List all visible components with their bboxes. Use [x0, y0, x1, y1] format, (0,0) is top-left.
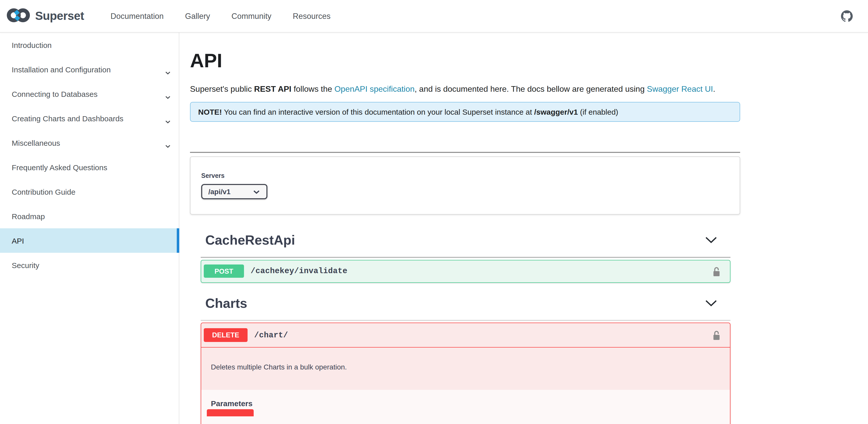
sidebar-item-label: Installation and Configuration: [12, 65, 111, 73]
intro-text: .: [713, 85, 715, 93]
opblock-post-cachekey-invalidate: POST /cachekey/invalidate: [201, 260, 731, 282]
operation-description: Deletes multiple Charts in a bulk operat…: [201, 347, 730, 390]
post-method-button[interactable]: POST: [204, 265, 244, 278]
sidebar-item-roadmap[interactable]: Roadmap: [0, 204, 179, 228]
chevron-down-icon: [165, 68, 170, 77]
intro-text: Superset's public: [190, 85, 254, 93]
swagger-react-ui-link[interactable]: Swagger React UI: [647, 85, 713, 93]
tag-underline: [201, 257, 731, 258]
page-title: API: [190, 50, 740, 72]
sidebar-item-label: Contribution Guide: [12, 187, 75, 196]
nav-documentation[interactable]: Documentation: [111, 11, 164, 21]
endpoint-path[interactable]: /chart/: [254, 331, 288, 340]
sidebar-item-frequently-asked-questions[interactable]: Frequently Asked Questions: [0, 155, 179, 179]
parameters-section: Parameters: [201, 390, 730, 424]
red-button-partial[interactable]: [207, 409, 254, 416]
tag-header-charts[interactable]: Charts: [201, 295, 731, 311]
note-callout: NOTE! You can find an interactive versio…: [190, 102, 740, 122]
sidebar-item-label: Roadmap: [12, 212, 45, 220]
superset-logo-icon: [6, 6, 31, 26]
chevron-down-icon: [165, 92, 170, 101]
chevron-down-icon: [165, 141, 170, 150]
main-nav: Documentation Gallery Community Resource…: [111, 11, 331, 21]
github-icon[interactable]: [841, 10, 853, 22]
docs-sidebar: Introduction Installation and Configurat…: [0, 33, 179, 424]
sidebar-item-miscellaneous[interactable]: Miscellaneous: [0, 130, 179, 155]
servers-card: Servers /api/v1: [190, 156, 740, 215]
delete-method-button[interactable]: DELETE: [204, 328, 248, 342]
unlock-icon[interactable]: [713, 330, 720, 342]
sidebar-item-label: Miscellaneous: [12, 139, 60, 147]
parameters-title: Parameters: [211, 399, 730, 408]
sidebar-item-label: Introduction: [12, 40, 52, 49]
sidebar-item-contribution-guide[interactable]: Contribution Guide: [0, 179, 179, 204]
unlock-icon[interactable]: [713, 266, 720, 278]
intro-paragraph: Superset's public REST API follows the O…: [190, 83, 740, 95]
servers-label: Servers: [201, 172, 740, 179]
sidebar-item-label: Security: [12, 261, 39, 269]
sidebar-item-installation-and-configuration[interactable]: Installation and Configuration: [0, 57, 179, 82]
brand-name: Superset: [35, 9, 84, 23]
intro-text: , and is documented here. The docs bello…: [415, 85, 647, 93]
sidebar-item-connecting-to-databases[interactable]: Connecting to Databases: [0, 82, 179, 106]
sidebar-item-security[interactable]: Security: [0, 253, 179, 277]
chevron-down-icon: [165, 117, 170, 125]
nav-resources[interactable]: Resources: [293, 11, 331, 21]
opblock-summary[interactable]: DELETE /chart/: [201, 323, 730, 347]
superset-docs-page: Superset Documentation Gallery Community…: [0, 0, 868, 424]
section-divider: [190, 152, 740, 153]
note-swagger-path: /swagger/v1: [534, 108, 578, 116]
opblock-summary[interactable]: POST /cachekey/invalidate: [201, 260, 730, 282]
tag-header-cacherestapi[interactable]: CacheRestApi: [201, 232, 731, 248]
endpoint-path[interactable]: /cachekey/invalidate: [251, 267, 347, 276]
tag-title: CacheRestApi: [205, 232, 295, 248]
sidebar-item-label: Connecting to Databases: [12, 89, 97, 98]
note-text: (if enabled): [578, 108, 618, 116]
tag-underline: [201, 320, 731, 321]
brand-home-link[interactable]: Superset: [6, 6, 84, 26]
opblock-delete-chart: DELETE /chart/ Deletes multiple Charts i…: [201, 323, 731, 424]
nav-community[interactable]: Community: [231, 11, 272, 21]
note-text: You can find an interactive version of t…: [222, 108, 534, 116]
top-navbar: Superset Documentation Gallery Community…: [0, 0, 868, 33]
chevron-down-icon[interactable]: [705, 299, 717, 309]
main-content: API Superset's public REST API follows t…: [179, 33, 868, 424]
openapi-spec-link[interactable]: OpenAPI specification: [334, 85, 415, 93]
tag-title: Charts: [205, 295, 247, 311]
nav-gallery[interactable]: Gallery: [185, 11, 210, 21]
chevron-down-icon: [253, 187, 260, 196]
chevron-down-icon[interactable]: [705, 237, 717, 246]
sidebar-item-introduction[interactable]: Introduction: [0, 33, 179, 57]
servers-select[interactable]: /api/v1: [201, 184, 268, 199]
sidebar-item-label: Creating Charts and Dashboards: [12, 114, 124, 123]
sidebar-item-label: Frequently Asked Questions: [12, 163, 107, 172]
servers-selected-value: /api/v1: [208, 187, 230, 196]
note-label: NOTE!: [198, 108, 222, 116]
swagger-ui: CacheRestApi POST /cachekey/invalidate: [201, 232, 731, 424]
intro-bold-rest-api: REST API: [254, 85, 291, 93]
intro-text: follows the: [291, 85, 334, 93]
sidebar-item-creating-charts-and-dashboards[interactable]: Creating Charts and Dashboards: [0, 106, 179, 130]
viewport: Superset Documentation Gallery Community…: [0, 0, 868, 424]
sidebar-item-label: API: [12, 236, 24, 245]
sidebar-item-api[interactable]: API: [0, 228, 179, 253]
